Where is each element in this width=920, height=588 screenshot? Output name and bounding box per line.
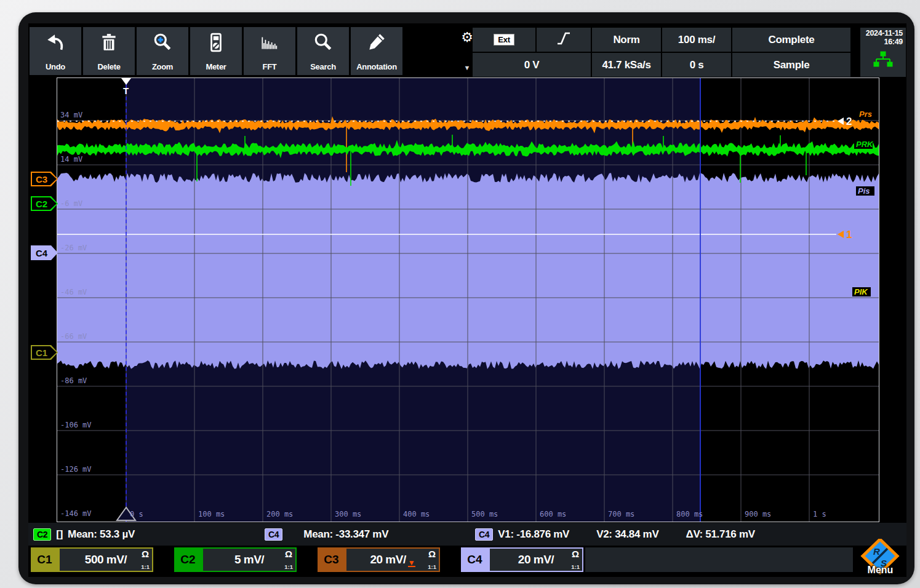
impedance-icon: Ω	[428, 549, 436, 558]
zoom-plus-icon	[137, 32, 188, 53]
waveform-display-area[interactable]: T1234 mV14 mV-6 mV-26 mV-46 mV-66 mV-86 …	[57, 77, 879, 522]
cursor-marker-1-label: 1	[846, 229, 852, 240]
y-axis-label: -6 mV	[60, 199, 82, 208]
cursor-dv-label: ΔV:	[686, 528, 702, 541]
trigger-flag-label: T	[123, 85, 129, 96]
impedance-icon: Ω	[572, 549, 579, 558]
measurement-1: C2 [] Mean: 53.3 µV	[33, 523, 135, 546]
cursor-v1-value: -16.876 mV	[516, 528, 569, 541]
cursor-dv-value: 51.716 mV	[705, 528, 754, 541]
probe-ratio: 1:1	[141, 564, 150, 570]
measurement-gate-icon: []	[56, 528, 63, 541]
x-axis-label: 500 ms	[471, 510, 498, 518]
channel-bar: C1 500 mV/ Ω1:1 C2 5 mV/ Ω1:1 C3 20 mV/ …	[28, 546, 906, 574]
y-axis-label: 14 mV	[60, 155, 82, 164]
oscilloscope-screen: Undo Delete Zoom Meter FFT Search Anno	[28, 23, 906, 577]
fft-button[interactable]: FFT	[244, 27, 295, 75]
delete-button[interactable]: Delete	[83, 27, 135, 75]
channel-marker-c1[interactable]: C1	[31, 345, 58, 360]
trigger-level-cell[interactable]: 0 V	[473, 53, 591, 77]
x-axis-label: 200 ms	[266, 510, 293, 518]
x-axis-label: 600 ms	[540, 510, 566, 518]
undo-icon	[30, 32, 81, 53]
fft-label: FFT	[263, 62, 277, 71]
search-label: Search	[310, 62, 336, 71]
probe-ratio: 1:1	[571, 564, 580, 570]
svg-text:R: R	[873, 546, 880, 557]
zoom-label: Zoom	[152, 62, 173, 71]
acquisition-state-cell[interactable]: Complete	[732, 28, 850, 52]
x-axis-label: 700 ms	[608, 510, 634, 518]
channel-c4-scale: 20 mV/	[518, 553, 554, 566]
channel-badge-c4: C4	[265, 528, 282, 541]
channel-c3-badge: C3	[318, 547, 345, 572]
horizontal-position-cell[interactable]: 0 s	[662, 53, 731, 77]
cursor-marker-2-label: 2	[846, 116, 852, 127]
pencil-icon	[351, 32, 402, 53]
channel-c1-badge: C1	[31, 547, 58, 572]
menu-button[interactable]: R S Menu	[854, 539, 906, 576]
measurement-1-value: 53.3 µV	[100, 528, 135, 541]
timebase-cell[interactable]: 100 ms/	[662, 28, 731, 52]
acquisition-mode-cell[interactable]: Sample	[732, 53, 850, 77]
date-text: 2024-11-15	[866, 29, 903, 38]
channel-c1-scale: 500 mV/	[85, 553, 127, 566]
channel-marker-c3[interactable]: C3	[31, 172, 58, 186]
y-axis-label: 34 mV	[60, 111, 82, 119]
search-button[interactable]: Search	[297, 27, 349, 75]
trigger-slope-cell[interactable]	[537, 28, 591, 52]
trigger-source-badge: Ext	[494, 34, 514, 46]
x-axis-label: 300 ms	[335, 510, 361, 518]
probe-ratio: 1:1	[284, 564, 293, 570]
measurement-1-label: Mean:	[68, 528, 97, 541]
measurement-2-value: -33.347 mV	[335, 528, 388, 541]
impedance-icon: Ω	[142, 549, 149, 558]
channel-c3-control[interactable]: C3 20 mV/ ▼ Ω1:1	[318, 547, 440, 572]
channel-c4-badge: C4	[461, 547, 489, 572]
multimeter-icon	[190, 32, 242, 53]
y-axis-label: -126 mV	[60, 465, 92, 474]
trigger-mode-cell[interactable]: Norm	[592, 28, 661, 52]
trash-icon	[83, 32, 135, 53]
cursor-v2-label: V2:	[596, 528, 612, 541]
cursor-v1-label: V1:	[498, 528, 514, 541]
sample-rate-cell[interactable]: 41.7 kSa/s	[592, 53, 661, 77]
magnifier-icon	[297, 32, 349, 53]
undo-label: Undo	[46, 62, 65, 71]
y-axis-label: -106 mV	[60, 421, 92, 429]
channel-c2-control[interactable]: C2 5 mV/ Ω1:1	[174, 547, 297, 572]
x-axis-label: 400 ms	[403, 510, 430, 518]
meter-label: Meter	[206, 62, 226, 71]
delete-label: Delete	[97, 62, 120, 71]
y-axis-label: -46 mV	[60, 288, 87, 296]
annotation-label: Annotation	[356, 62, 397, 71]
y-axis-label: -146 mV	[60, 509, 92, 518]
channel-c2-badge: C2	[174, 547, 202, 572]
undo-button[interactable]: Undo	[30, 27, 81, 75]
impedance-icon: Ω	[285, 549, 292, 558]
gear-icon: ⚙	[461, 31, 473, 44]
channel-marker-c4[interactable]: C4	[31, 245, 58, 260]
channel-c4-control[interactable]: C4 20 mV/ Ω1:1	[461, 547, 583, 572]
x-axis-label: 800 ms	[676, 510, 703, 518]
x-axis-label: 900 ms	[745, 510, 771, 518]
probe-ratio: 1:1	[428, 564, 436, 570]
cursor-channel-badge: C4	[475, 528, 493, 541]
waveform-label-prk: PRK	[856, 140, 874, 149]
waveform-label-pis: Pis	[858, 186, 870, 196]
channel-c2-scale: 5 mV/	[234, 553, 264, 566]
channel-badge-c2: C2	[33, 528, 51, 541]
channel-marker-c2[interactable]: C2	[31, 196, 58, 211]
datetime-cell[interactable]: 2024-11-15 16:49	[860, 28, 906, 77]
y-axis-label: -26 mV	[60, 244, 87, 252]
trigger-source-cell[interactable]: Ext	[473, 28, 535, 52]
trigger-offset-icon: ▼	[408, 560, 415, 567]
annotation-button[interactable]: Annotation	[351, 27, 402, 75]
measurement-bar: C2 [] Mean: 53.3 µV C4 Mean: -33.347 mV …	[28, 523, 906, 546]
waveform-label-pik: PIK	[854, 287, 868, 296]
zoom-button[interactable]: Zoom	[137, 27, 188, 75]
measurement-2: C4 Mean: -33.347 mV	[265, 523, 388, 546]
meter-button[interactable]: Meter	[190, 27, 242, 75]
chevron-down-icon: ▼	[464, 64, 471, 71]
channel-c1-control[interactable]: C1 500 mV/ Ω1:1	[31, 547, 153, 572]
